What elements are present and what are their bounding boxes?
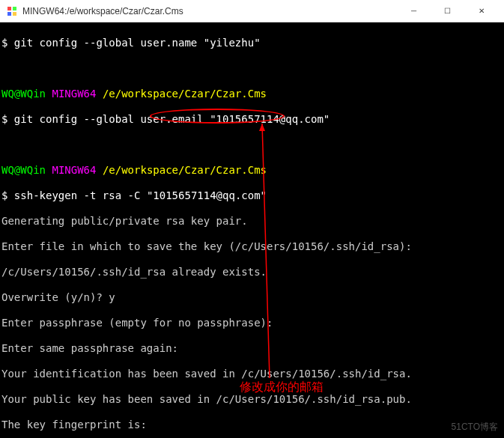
svg-rect-3 — [13, 12, 16, 16]
output-line: Enter same passphrase again: — [0, 342, 504, 355]
terminal-line — [0, 139, 504, 151]
output-line: Your public key has been saved in /c/Use… — [0, 393, 504, 406]
app-icon — [6, 5, 18, 17]
output-line: Enter file in which to save the key (/c/… — [0, 240, 504, 253]
terminal-area[interactable]: $ git config --global user.name "yilezhu… — [0, 22, 504, 438]
output-line: Generating public/private rsa key pair. — [0, 215, 504, 228]
output-line: /c/Users/10156/.ssh/id_rsa already exist… — [0, 266, 504, 279]
env-label: MINGW64 — [52, 164, 96, 176]
output-line: Enter passphrase (empty for no passphras… — [0, 317, 504, 329]
terminal-line — [0, 62, 504, 75]
prompt-line: WQ@WQin MINGW64 /e/workspace/Czar/Czar.C… — [0, 88, 504, 100]
output-line: Overwrite (y/n)? y — [0, 291, 504, 304]
prompt-line: WQ@WQin MINGW64 /e/workspace/Czar/Czar.C… — [0, 164, 504, 177]
window-controls: ─ ☐ ✕ — [397, 0, 498, 22]
svg-rect-2 — [7, 12, 11, 16]
ssh-email: "1015657114@qq.com" — [147, 189, 267, 201]
ssh-cmd-pre: $ ssh-keygen -t rsa -C — [1, 189, 147, 201]
user-host: WQ@WQin — [1, 164, 46, 176]
command-line: $ ssh-keygen -t rsa -C "1015657114@qq.co… — [0, 189, 504, 202]
watermark: 51CTO博客 — [452, 421, 498, 434]
env-label: MINGW64 — [52, 88, 96, 100]
annotation-text: 修改成你的邮箱 — [240, 380, 324, 393]
user-host: WQ@WQin — [1, 88, 46, 100]
output-line: The key fingerprint is: — [0, 419, 504, 431]
svg-rect-0 — [7, 7, 11, 10]
path-label: /e/workspace/Czar/Czar.Cms — [103, 164, 267, 176]
svg-rect-1 — [13, 7, 16, 10]
minimize-button[interactable]: ─ — [397, 0, 431, 22]
maximize-button[interactable]: ☐ — [431, 0, 464, 22]
output-line: Your identification has been saved in /c… — [0, 368, 504, 380]
command-line: $ git config --global user.name "yilezhu… — [0, 37, 504, 49]
close-button[interactable]: ✕ — [464, 0, 498, 22]
window-titlebar: MINGW64:/e/workspace/Czar/Czar.Cms ─ ☐ ✕ — [0, 0, 504, 22]
command-line: $ git config --global user.email "101565… — [0, 113, 504, 126]
path-label: /e/workspace/Czar/Czar.Cms — [103, 88, 267, 100]
window-title: MINGW64:/e/workspace/Czar/Czar.Cms — [22, 6, 397, 16]
